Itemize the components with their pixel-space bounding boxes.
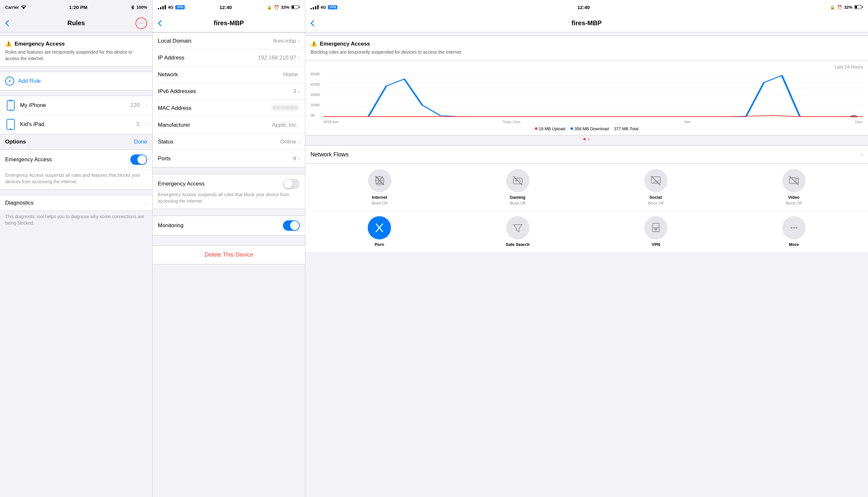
adult-icon	[373, 222, 385, 233]
nav-bar-2: fires-MBP	[153, 14, 305, 32]
row-status[interactable]: Status Online ›	[153, 133, 305, 150]
svg-rect-36	[652, 223, 659, 228]
legend-total-label: 377 MB Total	[614, 126, 638, 131]
status-bar-1: Carrier 1:20 PM 100%	[0, 0, 152, 14]
toggle-knob-emergency	[137, 155, 147, 164]
device-info-group: Local Domain fires-mbp › IP Address 192.…	[153, 32, 305, 167]
row-ip[interactable]: IP Address 192.168.210.97 ›	[153, 49, 305, 66]
status-left-2: 4G VPN	[158, 5, 185, 10]
label-ip: IP Address	[158, 55, 258, 61]
chevron-ports: ›	[298, 156, 300, 161]
alarm-2: ⏰	[274, 5, 279, 10]
carousel-dot-active	[583, 138, 586, 140]
emergency-toggle[interactable]	[130, 155, 147, 165]
back-button-2[interactable]	[158, 20, 177, 27]
block-social[interactable]: Social Block Off	[644, 169, 667, 205]
delete-device-button[interactable]: Delete This Device	[153, 245, 305, 264]
gaming-icon	[512, 175, 524, 186]
device-name-ipad: Kid's iPad	[20, 121, 133, 128]
y-0b: 0B	[311, 113, 323, 117]
add-rule-row[interactable]: + Add Rule	[0, 72, 152, 90]
block-vpn-name: VPN	[652, 242, 660, 247]
block-gaming-name: Gaming	[510, 195, 525, 200]
svg-rect-4	[7, 119, 15, 130]
emergency-heading-1: Emergency Access	[15, 41, 65, 47]
chart-x-labels: 06/08 6pm Today 12am 6am 12pm	[323, 120, 863, 124]
x-label-3: 6am	[684, 120, 690, 124]
row-ipv6[interactable]: IPv6 Addresses 3 ›	[153, 83, 305, 100]
device-name-iphone: My iPhone	[20, 102, 126, 109]
emergency-setting-row: Emergency Access	[0, 150, 152, 170]
emergency-desc-1: Rules and features are temporarily suspe…	[5, 49, 147, 62]
emergency-access-toggle[interactable]	[283, 179, 300, 189]
done-button[interactable]: Done	[134, 139, 147, 145]
more-options-button[interactable]: ···	[136, 17, 147, 29]
svg-point-25	[519, 179, 520, 180]
block-gaming[interactable]: Gaming Block Off	[506, 169, 529, 205]
row-network: Network Home	[153, 66, 305, 83]
diagnostics-chevron: ›	[146, 200, 147, 206]
status-left-1: Carrier	[5, 5, 26, 10]
toggle-knob-mon	[290, 221, 299, 230]
alarm-icon-3: ⏰	[837, 5, 842, 10]
svg-marker-35	[513, 225, 522, 232]
x-label-4: 12pm	[855, 120, 863, 124]
value-status: Online	[280, 139, 296, 145]
battery-pct-2: 33%	[281, 5, 289, 10]
svg-point-26	[520, 180, 521, 181]
battery-icon-2	[291, 5, 300, 9]
legend-download-label: 358 MB Download	[574, 126, 609, 131]
network-flows-row[interactable]: Network Flows ›	[305, 145, 868, 164]
block-internet[interactable]: Internet Block Off	[368, 169, 391, 205]
svg-rect-1	[7, 100, 14, 111]
svg-point-37	[655, 228, 657, 230]
battery-pct-3: 32%	[844, 5, 853, 10]
vpn-block-icon	[650, 222, 662, 233]
chevron-ip: ›	[298, 55, 300, 61]
svg-point-41	[796, 227, 797, 228]
block-porn[interactable]: Porn	[368, 216, 391, 247]
delete-device-label: Delete This Device	[204, 252, 253, 258]
emergency-access-row-label: Emergency Access	[158, 181, 205, 187]
status-right-3: 🔒 ⏰ 32%	[830, 5, 863, 10]
emergency-title-3: ⚠️ Emergency Access	[311, 40, 863, 47]
chart-svg-container	[323, 72, 863, 117]
nav-title-1: Rules	[25, 19, 128, 27]
row-ports[interactable]: Ports 9 ›	[153, 150, 305, 167]
device-detail-scroll[interactable]: Local Domain fires-mbp › IP Address 192.…	[153, 32, 305, 497]
legend-download: 358 MB Download	[570, 126, 609, 131]
label-network: Network	[158, 71, 283, 78]
back-button-3[interactable]	[311, 20, 330, 27]
label-ports: Ports	[158, 155, 293, 162]
warning-icon-1: ⚠️	[5, 40, 12, 47]
chevron-iphone: ›	[146, 102, 147, 108]
block-safesearch[interactable]: Safe Search	[506, 216, 530, 247]
block-vpn[interactable]: VPN	[644, 216, 667, 247]
lock-icon-3: 🔒	[830, 5, 835, 10]
block-more[interactable]: More	[782, 216, 805, 247]
block-video[interactable]: Video Block Off	[782, 169, 805, 205]
chevron-ipv6: ›	[298, 88, 300, 94]
block-social-status: Block Off	[648, 201, 663, 205]
block-more-name: More	[789, 242, 799, 247]
block-safesearch-name: Safe Search	[506, 242, 530, 247]
bandwidth-chart-section: Last 24 Hours 80MB 60MB 40MB 20MB 0B	[305, 60, 868, 136]
filter-icon	[512, 222, 524, 233]
label-ipv6: IPv6 Addresses	[158, 88, 293, 95]
diagnostics-row[interactable]: Diagnostics ›	[0, 195, 152, 211]
row-mac: MAC Address ff:ff:ff:ff:ff:ff	[153, 100, 305, 117]
value-ipv6: 3	[293, 88, 296, 95]
device-row-ipad[interactable]: Kid's iPad 5 ›	[0, 115, 152, 134]
status-right-2: 🔒 ⏰ 33%	[267, 5, 300, 10]
row-local-domain[interactable]: Local Domain fires-mbp ›	[153, 33, 305, 49]
monitoring-toggle[interactable]	[283, 221, 300, 231]
emergency-access-top: Emergency Access	[158, 179, 300, 189]
nav-right-1[interactable]: ···	[128, 17, 147, 29]
carousel-dot-1	[588, 138, 590, 140]
value-ip: 192.168.210.97	[258, 55, 296, 61]
chevron-local-domain: ›	[298, 38, 300, 44]
flows-scroll[interactable]: ⚠️ Emergency Access Blocking rules are t…	[305, 32, 868, 497]
device-row-iphone[interactable]: My iPhone 220 ›	[0, 96, 152, 115]
back-button-1[interactable]	[5, 20, 25, 27]
battery-icon-3	[854, 5, 863, 9]
